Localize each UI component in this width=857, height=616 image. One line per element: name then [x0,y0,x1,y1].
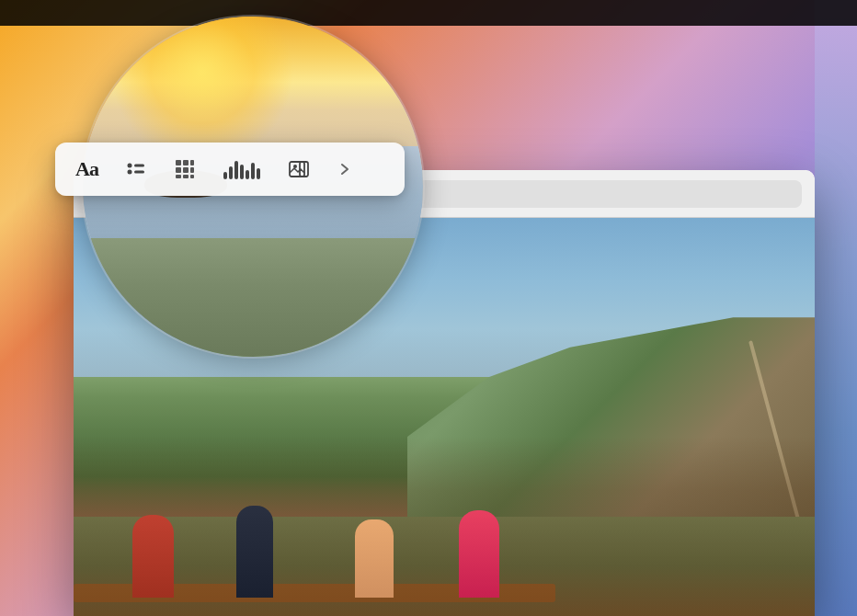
person-3 [355,519,394,598]
svg-point-2 [127,170,131,175]
list-icon [126,159,146,179]
chevron-right-icon [337,162,352,177]
right-accent-bar [815,0,857,616]
text-format-icon: Aa [75,157,98,181]
svg-rect-5 [183,160,189,165]
audio-button[interactable] [220,155,264,183]
svg-rect-3 [134,171,144,174]
table-icon [174,158,196,180]
svg-rect-13 [290,162,304,177]
table-button[interactable] [170,154,200,184]
person-1 [132,515,174,598]
person-2 [236,506,273,598]
svg-rect-4 [176,160,181,165]
svg-rect-12 [190,175,194,178]
media-button[interactable] [284,154,314,184]
svg-rect-9 [190,167,194,173]
svg-rect-10 [176,175,181,178]
photo-people [74,437,815,616]
person-4 [459,510,499,598]
more-options-button[interactable] [334,158,356,180]
mag-shore [83,238,423,358]
svg-rect-8 [183,167,189,173]
media-icon [288,158,310,180]
svg-rect-7 [176,167,181,173]
svg-rect-6 [190,160,194,165]
text-format-button[interactable]: Aa [72,154,102,185]
audio-waveform-icon [223,159,260,179]
svg-point-0 [127,164,131,168]
list-button[interactable] [122,155,150,183]
format-toolbar: Aa [55,143,405,196]
mag-sun-glow [110,17,294,164]
svg-rect-11 [183,175,189,178]
svg-rect-1 [134,165,144,167]
